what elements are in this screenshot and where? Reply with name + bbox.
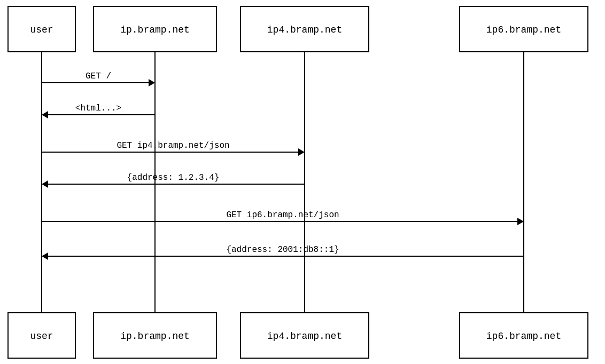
svg-rect-4 [8,6,75,52]
svg-text:ip4.bramp.net: ip4.bramp.net [267,331,342,342]
svg-marker-36 [42,252,48,260]
svg-text:ip4.bramp.net: ip4.bramp.net [267,25,342,35]
svg-text:{address: 2001:db8::1}: {address: 2001:db8::1} [226,245,339,255]
svg-rect-10 [460,6,588,52]
svg-text:ip6.bramp.net: ip6.bramp.net [486,25,561,35]
svg-rect-8 [241,6,369,52]
svg-text:user: user [30,25,53,35]
svg-marker-24 [42,111,48,118]
svg-marker-30 [42,180,48,188]
svg-text:ip.bramp.net: ip.bramp.net [120,25,190,35]
svg-text:{address: 1.2.3.4}: {address: 1.2.3.4} [127,173,220,183]
sequence-diagram: userip.bramp.netip4.bramp.netip6.bramp.n… [0,0,605,364]
svg-marker-21 [149,79,155,86]
svg-text:ip.bramp.net: ip.bramp.net [120,331,190,342]
svg-text:<html...>: <html...> [75,104,121,113]
svg-text:GET ip6.bramp.net/json: GET ip6.bramp.net/json [226,210,339,220]
svg-rect-16 [241,313,369,358]
svg-text:user: user [30,331,53,342]
svg-rect-12 [8,313,75,358]
svg-text:GET ip4.bramp.net/json: GET ip4.bramp.net/json [117,141,229,151]
svg-rect-6 [94,6,216,52]
svg-text:ip6.bramp.net: ip6.bramp.net [486,331,561,342]
svg-text:GET /: GET / [86,72,111,81]
svg-rect-14 [94,313,216,358]
svg-marker-33 [517,218,524,225]
svg-rect-18 [460,313,588,358]
svg-marker-27 [298,148,305,156]
